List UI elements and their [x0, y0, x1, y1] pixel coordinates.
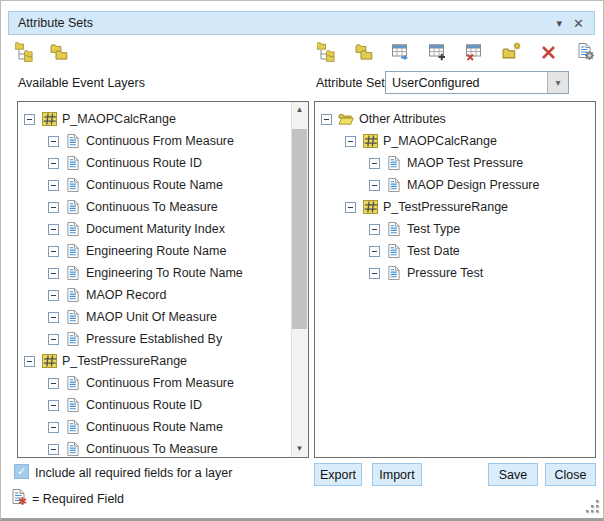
tree-item[interactable]: Engineering To Route Name: [18, 262, 291, 284]
tree-item-label[interactable]: Engineering Route Name: [86, 244, 226, 258]
collapse-icon[interactable]: ▾: [557, 18, 563, 29]
table-export-icon[interactable]: [391, 42, 411, 62]
tree-item-label[interactable]: P_MAOPCalcRange: [383, 134, 497, 148]
collapse-expander-icon[interactable]: [48, 378, 59, 389]
collapse-expander-icon[interactable]: [48, 290, 59, 301]
collapse-expander-icon[interactable]: [48, 246, 59, 257]
tree-item-label[interactable]: Pressure Test: [407, 266, 483, 280]
tree-item[interactable]: Continuous Route ID: [18, 152, 291, 174]
tree-item[interactable]: Continuous Route Name: [18, 174, 291, 196]
attribute-sets-dialog: Attribute Sets ▾ ✕ Available Event Layer…: [0, 0, 604, 521]
collapse-expander-icon[interactable]: [24, 356, 35, 367]
tree-item[interactable]: Test Date: [315, 240, 595, 262]
collapse-expander-icon[interactable]: [48, 268, 59, 279]
tree-item-label[interactable]: Test Date: [407, 244, 460, 258]
tree-item-label[interactable]: Test Type: [407, 222, 460, 236]
tree-item-label[interactable]: Other Attributes: [359, 112, 446, 126]
tree-item-label[interactable]: Continuous To Measure: [86, 442, 218, 456]
collapse-expander-icon[interactable]: [345, 136, 356, 147]
tree-item-label[interactable]: Document Maturity Index: [86, 222, 225, 236]
tree-item[interactable]: Document Maturity Index: [18, 218, 291, 240]
tree-item[interactable]: Other Attributes: [315, 108, 595, 130]
collapse-expander-icon[interactable]: [345, 202, 356, 213]
tree-item-label[interactable]: Continuous Route ID: [86, 398, 202, 412]
titlebar-controls: ▾ ✕: [557, 17, 594, 30]
tree-item[interactable]: Continuous To Measure: [18, 438, 291, 458]
layer-tree-icon[interactable]: [15, 42, 35, 62]
tree-item-label[interactable]: Continuous From Measure: [86, 134, 234, 148]
collapse-expander-icon[interactable]: [369, 268, 380, 279]
file-configure-icon[interactable]: [576, 42, 596, 62]
collapse-expander-icon[interactable]: [369, 224, 380, 235]
collapse-expander-icon[interactable]: [48, 136, 59, 147]
tree-item[interactable]: Test Type: [315, 218, 595, 240]
tree-item[interactable]: Pressure Test: [315, 262, 595, 284]
tree-item[interactable]: MAOP Unit Of Measure: [18, 306, 291, 328]
collapse-expander-icon[interactable]: [48, 400, 59, 411]
tree-item[interactable]: MAOP Record: [18, 284, 291, 306]
tree-item-label[interactable]: MAOP Record: [86, 288, 166, 302]
collapse-expander-icon[interactable]: [369, 158, 380, 169]
tree-item-label[interactable]: Continuous Route Name: [86, 420, 223, 434]
tree-item-label[interactable]: Continuous To Measure: [86, 200, 218, 214]
collapse-expander-icon[interactable]: [48, 334, 59, 345]
tree-item[interactable]: Pressure Established By: [18, 328, 291, 350]
tree-item-label[interactable]: MAOP Test Pressure: [407, 156, 523, 170]
collapse-expander-icon[interactable]: [48, 158, 59, 169]
tree-item-label[interactable]: MAOP Unit Of Measure: [86, 310, 217, 324]
tree-item[interactable]: P_TestPressureRange: [18, 350, 291, 372]
collapse-expander-icon[interactable]: [48, 224, 59, 235]
folders-icon[interactable]: [354, 42, 374, 62]
tree-item[interactable]: MAOP Design Pressure: [315, 174, 595, 196]
tree-item[interactable]: P_TestPressureRange: [315, 196, 595, 218]
table-delete-icon[interactable]: [465, 42, 485, 62]
collapse-expander-icon[interactable]: [48, 312, 59, 323]
folders-icon[interactable]: [49, 42, 69, 62]
remove-icon[interactable]: [539, 42, 559, 62]
scroll-down-icon[interactable]: ▼: [292, 441, 307, 457]
tree-item[interactable]: Engineering Route Name: [18, 240, 291, 262]
attribute-set-dropdown[interactable]: UserConfigured ▾: [385, 71, 569, 94]
collapse-expander-icon[interactable]: [48, 180, 59, 191]
tree-item[interactable]: P_MAOPCalcRange: [315, 130, 595, 152]
tree-item-label[interactable]: MAOP Design Pressure: [407, 178, 539, 192]
export-button[interactable]: Export: [314, 463, 362, 486]
collapse-expander-icon[interactable]: [321, 114, 332, 125]
tree-item-label[interactable]: Continuous From Measure: [86, 376, 234, 390]
tree-item[interactable]: Continuous Route Name: [18, 416, 291, 438]
tree-item-label[interactable]: Continuous Route ID: [86, 156, 202, 170]
table-add-icon[interactable]: [428, 42, 448, 62]
collapse-expander-icon[interactable]: [48, 202, 59, 213]
tree-item[interactable]: Continuous From Measure: [18, 130, 291, 152]
tree-item[interactable]: Continuous To Measure: [18, 196, 291, 218]
tree-item-label[interactable]: P_MAOPCalcRange: [62, 112, 176, 126]
resize-grip-icon[interactable]: [586, 500, 600, 514]
close-button[interactable]: Close: [545, 463, 596, 486]
save-button[interactable]: Save: [488, 463, 538, 486]
available-layers-panel: P_MAOPCalcRangeContinuous From MeasureCo…: [17, 101, 309, 458]
collapse-expander-icon[interactable]: [48, 444, 59, 455]
tree-item-label[interactable]: P_TestPressureRange: [62, 354, 187, 368]
collapse-expander-icon[interactable]: [369, 246, 380, 257]
collapse-expander-icon[interactable]: [48, 422, 59, 433]
tree-item-label[interactable]: Pressure Established By: [86, 332, 222, 346]
scroll-up-icon[interactable]: ▲: [292, 102, 307, 118]
import-button[interactable]: Import: [372, 463, 422, 486]
tree-item[interactable]: Continuous Route ID: [18, 394, 291, 416]
titlebar[interactable]: Attribute Sets ▾ ✕: [8, 11, 595, 35]
tree-item[interactable]: Continuous From Measure: [18, 372, 291, 394]
dropdown-arrow-icon[interactable]: ▾: [547, 72, 568, 93]
layer-tree-icon[interactable]: [317, 42, 337, 62]
folder-new-icon[interactable]: [502, 42, 522, 62]
tree-item-label[interactable]: Engineering To Route Name: [86, 266, 243, 280]
scrollbar-thumb[interactable]: [292, 129, 307, 329]
tree-item[interactable]: MAOP Test Pressure: [315, 152, 595, 174]
tree-item-label[interactable]: Continuous Route Name: [86, 178, 223, 192]
scrollbar[interactable]: ▲ ▼: [291, 102, 308, 457]
tree-item-label[interactable]: P_TestPressureRange: [383, 200, 508, 214]
include-required-fields-checkbox[interactable]: ✓: [14, 464, 29, 479]
close-icon[interactable]: ✕: [573, 17, 584, 30]
collapse-expander-icon[interactable]: [24, 114, 35, 125]
collapse-expander-icon[interactable]: [369, 180, 380, 191]
tree-item[interactable]: P_MAOPCalcRange: [18, 108, 291, 130]
